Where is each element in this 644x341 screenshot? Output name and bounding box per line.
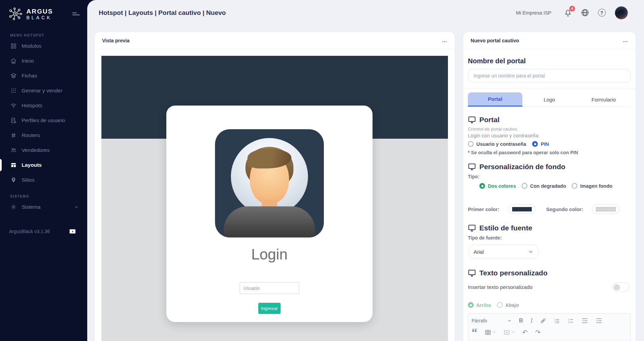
chevron-down-icon [74,205,78,209]
preview-card-title: Vista previa [102,38,129,43]
radio-con-degradado[interactable] [522,183,527,189]
redo-icon[interactable]: ↷ [535,328,541,336]
bulleted-list-icon[interactable] [554,318,560,324]
numbered-list-icon[interactable]: 12 [568,318,574,324]
radio-pin-label[interactable]: PIN [541,141,549,147]
main-content: Hotspot | Layouts | Portal cautivo | Nue… [87,0,644,341]
italic-button[interactable]: I [530,317,532,324]
help-icon[interactable]: ? [597,8,606,17]
sidebar-item-perfiles-de-usuario[interactable]: Perfiles de usuario [0,113,87,128]
portal-name-input[interactable] [468,69,631,83]
undo-icon[interactable]: ↶ [522,328,528,336]
sidebar-collapse-icon[interactable] [71,10,81,18]
sidebar-item-sitios[interactable]: Sitios [0,173,87,187]
radio-imagen-fondo-label[interactable]: Imagen fondo [580,183,612,189]
font-family-select[interactable]: Arial [468,245,539,259]
sidebar-item-label: Hotspots [22,103,42,109]
grid-icon [10,43,17,49]
portal-preview: Login Ingresar [101,56,448,341]
blockquote-icon[interactable]: “ [472,329,477,335]
primer-color-picker[interactable] [508,204,536,214]
radio-dos-colores[interactable] [479,183,485,189]
radio-dos-colores-label[interactable]: Dos colores [488,183,516,189]
radio-arriba[interactable] [468,302,474,308]
login-username-input[interactable] [240,282,299,294]
tipo-label: Tipo: [468,174,631,179]
argusblack-logo-icon[interactable] [8,6,24,22]
radio-pin[interactable] [532,141,538,147]
radio-abajo-label[interactable]: Abajo [505,302,519,308]
radio-usuario-contrasena-label[interactable]: Usuario y contraseña [476,141,526,147]
font-family-value: Arial [474,249,484,255]
pin-note: * Se oculta el password para operar solo… [468,150,631,155]
link-icon[interactable] [540,318,546,324]
insert-table-icon[interactable] [485,329,496,336]
sidebar-section-hotspot: MENU HOTSPOT [0,26,87,39]
sidebar-item-label: Routers [22,132,40,138]
globe-icon[interactable] [580,8,589,17]
paragraph-style-dropdown[interactable]: Párrafo [472,318,511,323]
portal-section-desc2: Login con usuario y contraseña [468,133,631,138]
login-submit-button[interactable]: Ingresar [258,303,281,314]
users-icon [10,147,17,154]
radio-usuario-contrasena[interactable] [468,141,474,147]
custom-text-toggle[interactable] [612,282,629,292]
app-title: ARGUS BLACK [26,8,53,20]
notifications-bell-icon[interactable]: 4 [564,8,572,17]
sidebar-item-label: Layouts [22,162,42,168]
segundo-color-swatch [596,207,616,211]
panel-menu-icon[interactable]: ... [623,40,628,42]
top-bar: Hotspot | Layouts | Portal cautivo | Nue… [87,0,644,25]
map-pin-icon [10,177,17,183]
sidebar-item-layouts[interactable]: Layouts [0,158,87,173]
wifi-icon [10,102,17,109]
sidebar-item-label: Perfiles de usuario [22,117,65,123]
portal-settings-panel: Nuevo portal cautivo ... Nombre del port… [463,32,636,341]
sidebar-item-hotspots[interactable]: Hotspots [0,98,87,113]
monitor-icon [468,269,476,277]
breadcrumb[interactable]: Hotspot | Layouts | Portal cautivo | Nue… [99,9,226,17]
radio-abajo[interactable] [497,302,503,308]
svg-text:2: 2 [568,321,570,323]
tab-logo[interactable]: Logo [522,92,577,107]
radio-arriba-label[interactable]: Arriba [476,302,491,308]
sidebar-item-generar-y-vender[interactable]: Generar y vender [0,83,87,98]
sidebar-item-vendedores[interactable]: Vendedores [0,143,87,158]
chevron-down-icon [511,331,515,334]
preview-card-menu-icon[interactable]: ... [442,40,447,42]
sidebar-item-fichas[interactable]: Fichas [0,68,87,83]
sidebar-item-sistema[interactable]: Sistema [0,200,87,214]
login-avatar-image [215,129,324,237]
primer-color-swatch [512,207,532,211]
language-flag-icon[interactable] [69,229,76,234]
font-type-label: Tipo de fuente: [468,235,631,241]
home-icon [10,58,17,64]
chevron-down-icon [493,331,496,334]
layers-icon [10,72,17,79]
user-avatar[interactable] [615,6,628,19]
indent-icon[interactable] [596,317,602,324]
sidebar-item-label: Sitios [22,177,34,183]
sidebar-item-modulos[interactable]: Modulos [0,39,87,53]
tab-portal[interactable]: Portal [468,92,522,107]
segundo-color-picker[interactable] [592,204,620,214]
tab-formulario[interactable]: Formulario [576,92,631,107]
insert-media-icon[interactable] [503,329,515,336]
hash-icon [10,132,17,139]
sidebar-item-label: Modulos [22,43,42,49]
portal-name-label: Nombre del portal [468,57,631,65]
user-profile-icon [10,117,17,124]
editor-toolbar: Párrafo B I [468,314,630,340]
sidebar-item-inicio[interactable]: Inicio [0,53,87,68]
radio-imagen-fondo[interactable] [572,183,577,189]
svg-text:1: 1 [568,318,570,320]
gear-icon [10,204,17,210]
outdent-icon[interactable] [581,317,588,324]
preview-card: Vista previa ... Login [95,32,455,341]
bold-button[interactable]: B [519,317,523,324]
radio-con-degradado-label[interactable]: Con degradado [530,183,566,189]
notification-badge: 4 [569,6,575,12]
sidebar-item-routers[interactable]: Routers [0,128,87,143]
custom-text-toggle-label: Insertar texto personalizado [468,284,532,290]
custom-text-section-title: Texto personalizado [479,269,547,277]
